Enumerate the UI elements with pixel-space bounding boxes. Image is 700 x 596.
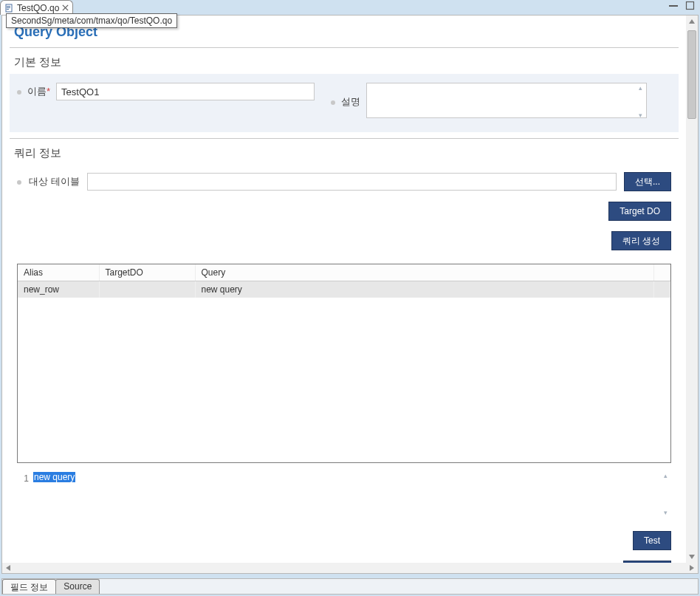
svg-rect-6 xyxy=(669,5,678,7)
bullet-icon xyxy=(331,100,335,105)
svg-marker-11 xyxy=(690,565,694,571)
app-shell: TestQO.qo SecondSg/meta/com/tmax/qo/Test… xyxy=(0,0,700,596)
editor-tabbar: TestQO.qo xyxy=(0,0,700,15)
maximize-icon[interactable] xyxy=(685,1,696,10)
editor-content: Query Object 기본 정보 이름* xyxy=(1,15,699,574)
minimize-icon[interactable] xyxy=(669,1,679,10)
col-alias[interactable]: Alias xyxy=(18,264,99,281)
svg-marker-9 xyxy=(689,555,695,559)
close-icon[interactable] xyxy=(61,3,69,12)
svg-rect-7 xyxy=(687,2,694,10)
section-query-info: 쿼리 정보 대상 테이블 선택... Target DO 쿼리 생성 xyxy=(10,138,679,563)
scroll-left-icon[interactable] xyxy=(2,563,14,573)
titlebar-controls xyxy=(669,1,696,10)
bullet-icon xyxy=(17,180,21,185)
content-scroll: Query Object 기본 정보 이름* xyxy=(2,16,686,563)
file-path-tooltip: SecondSg/meta/com/tmax/qo/TestQO.qo xyxy=(6,13,177,28)
target-table-label: 대상 테이블 xyxy=(29,175,80,188)
field-name: 이름* xyxy=(17,83,315,100)
section-query-body: 대상 테이블 선택... Target DO 쿼리 생성 Al xyxy=(10,165,679,563)
target-do-button[interactable]: Target DO xyxy=(608,202,671,221)
section-basic-body: 이름* 설명 ▴ xyxy=(10,74,679,132)
editor-scrollbar[interactable]: ▴ ▾ xyxy=(659,472,671,516)
svg-rect-3 xyxy=(7,9,9,10)
target-table-row: 대상 테이블 선택... xyxy=(17,172,671,191)
editor-selected-text[interactable]: new query xyxy=(33,472,75,482)
section-query-header: 쿼리 정보 xyxy=(10,138,679,165)
file-icon xyxy=(5,4,14,13)
col-spacer xyxy=(654,264,670,281)
table-header-row: Alias TargetDO Query xyxy=(18,264,670,281)
scrollbar-thumb[interactable] xyxy=(687,30,696,119)
svg-rect-1 xyxy=(7,6,10,7)
generate-query-button[interactable]: 쿼리 생성 xyxy=(611,231,671,250)
file-tab-label: TestQO.qo xyxy=(17,3,59,13)
editor-body[interactable]: new query xyxy=(33,472,659,516)
vertical-scrollbar[interactable] xyxy=(686,16,698,563)
select-button[interactable]: 선택... xyxy=(624,172,671,191)
name-label: 이름* xyxy=(27,85,50,98)
section-basic-info: 기본 정보 이름* 설명 xyxy=(10,47,679,132)
bullet-icon xyxy=(17,90,21,95)
horizontal-scrollbar[interactable] xyxy=(2,563,698,573)
target-table-input[interactable] xyxy=(87,173,617,191)
scroll-down-icon[interactable] xyxy=(686,551,698,563)
chevron-up-icon[interactable]: ▴ xyxy=(664,472,668,479)
section-basic-header: 기본 정보 xyxy=(10,47,679,74)
name-input[interactable] xyxy=(56,83,315,100)
file-tab[interactable]: TestQO.qo xyxy=(0,0,73,15)
field-desc: 설명 ▴ ▾ xyxy=(331,83,647,120)
query-table[interactable]: Alias TargetDO Query new_row xyxy=(17,264,671,463)
cell-alias[interactable]: new_row xyxy=(18,281,99,298)
table-row[interactable]: new_row new query xyxy=(18,281,670,298)
scroll-right-icon[interactable] xyxy=(686,563,698,573)
desc-textarea[interactable] xyxy=(366,83,647,118)
query-text-editor[interactable]: 1 new query ▴ ▾ xyxy=(17,472,671,516)
desc-label: 설명 xyxy=(341,95,360,109)
editor-gutter: 1 xyxy=(17,472,33,516)
col-query[interactable]: Query xyxy=(195,264,654,281)
svg-rect-2 xyxy=(7,7,10,8)
col-target-do[interactable]: TargetDO xyxy=(99,264,195,281)
bottom-tabbar: 필드 정보 Source xyxy=(1,578,699,595)
cell-target-do[interactable] xyxy=(99,281,195,298)
svg-marker-10 xyxy=(6,565,10,571)
page: Query Object 기본 정보 이름* xyxy=(2,16,686,563)
chevron-down-icon[interactable]: ▾ xyxy=(664,509,668,516)
tab-field-info[interactable]: 필드 정보 xyxy=(2,579,56,594)
tab-source[interactable]: Source xyxy=(55,579,100,594)
test-button[interactable]: Test xyxy=(633,531,671,550)
svg-marker-8 xyxy=(689,19,695,24)
cell-query[interactable]: new query xyxy=(195,281,654,298)
scroll-up-icon[interactable] xyxy=(686,16,698,27)
